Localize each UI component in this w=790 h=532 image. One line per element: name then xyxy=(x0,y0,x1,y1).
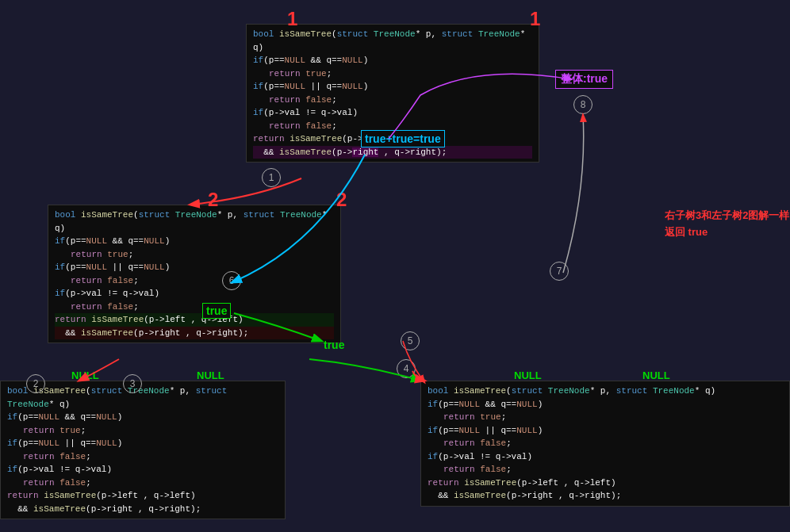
circle-4: 4 xyxy=(397,359,416,378)
true-plus-annotation: true+true=true xyxy=(361,130,445,147)
circle-6: 6 xyxy=(222,271,241,290)
code-box-bottom-left: bool isSameTree(struct TreeNode* p, stru… xyxy=(0,381,286,519)
null-bot-left-1: NULL xyxy=(71,369,99,381)
circle-7: 7 xyxy=(550,262,569,281)
circle-2: 2 xyxy=(26,374,45,393)
overall-annotation: 整体:true xyxy=(555,70,613,89)
null-bot-right-1: NULL xyxy=(514,369,542,381)
right-subtree-note: 右子树3和左子树2图解一样返回 true xyxy=(665,208,789,241)
null-bot-right-2: NULL xyxy=(642,369,670,381)
code-box-middle: bool isSameTree(struct TreeNode* p, stru… xyxy=(48,205,341,343)
num2-mid-right: 2 xyxy=(336,189,347,211)
null-bot-left-2: NULL xyxy=(197,369,224,381)
circle-3: 3 xyxy=(123,374,142,393)
num2-mid-left: 2 xyxy=(208,189,218,211)
circle-1: 1 xyxy=(262,168,281,187)
num1-top-right: 1 xyxy=(530,8,540,30)
circle-5: 5 xyxy=(401,331,420,350)
circle-8: 8 xyxy=(573,95,592,114)
code-box-bottom-right: bool isSameTree(struct TreeNode* p, stru… xyxy=(420,381,790,507)
true-mid-annotation: true xyxy=(202,303,231,319)
num1-top-left: 1 xyxy=(287,8,297,30)
true-right-annotation: true xyxy=(324,339,344,351)
